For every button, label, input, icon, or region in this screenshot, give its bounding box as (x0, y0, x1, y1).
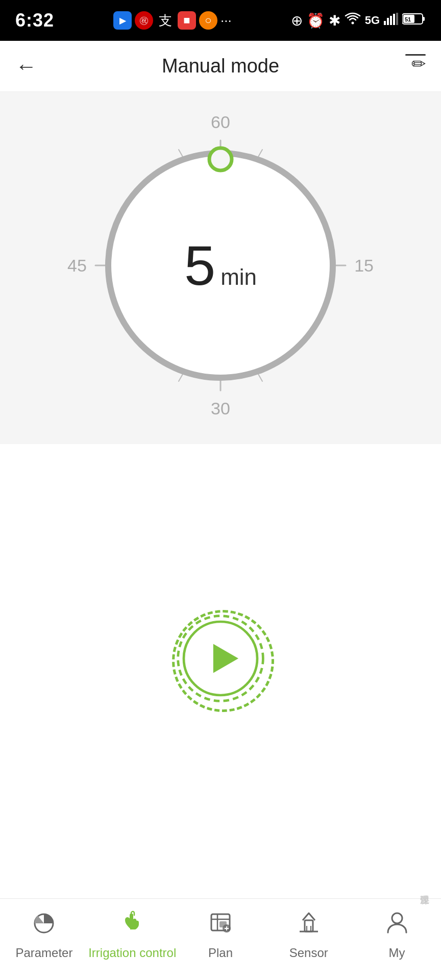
svg-rect-5 (396, 13, 398, 25)
dial-container[interactable]: 60 15 30 45 (67, 112, 374, 419)
svg-text:51: 51 (405, 16, 411, 22)
battery-icon: 51 (402, 12, 426, 29)
nav-label-my: My (389, 946, 405, 960)
timer-value: 5 (184, 237, 215, 293)
top-navigation: ← Manual mode ✏ (0, 41, 441, 92)
svg-point-0 (351, 21, 354, 24)
nav-item-my[interactable]: My (353, 909, 441, 960)
app-icon-2: ㊗ (135, 11, 153, 30)
play-button[interactable] (175, 612, 266, 704)
nav-label-sensor: Sensor (289, 946, 328, 960)
nav-item-irrigation-control[interactable]: Irrigation control (88, 909, 177, 960)
app-icon-1: ▶ (113, 11, 132, 30)
status-time: 6:32 (15, 10, 54, 31)
svg-rect-4 (393, 14, 395, 25)
page-title: Manual mode (46, 55, 395, 77)
play-button-container (175, 612, 266, 704)
bottom-navigation: Parameter Irrigation control (0, 898, 441, 980)
nfc-icon: ⊕ (291, 12, 303, 29)
wifi-icon (345, 12, 361, 30)
alarm-icon: ⏰ (307, 12, 325, 29)
svg-rect-7 (423, 17, 425, 21)
nav-label-parameter: Parameter (15, 946, 72, 960)
irrigation-control-icon (119, 909, 145, 942)
back-button[interactable]: ← (15, 54, 46, 79)
svg-rect-1 (384, 21, 386, 25)
nav-item-sensor[interactable]: Sensor (264, 909, 353, 960)
my-icon (384, 909, 410, 942)
timer-section: 60 15 30 45 (0, 92, 441, 444)
parameter-icon (31, 909, 57, 942)
edit-button[interactable]: ✏ (395, 54, 426, 78)
app-icon-4: ■ (178, 11, 196, 30)
app-icon-3: 支 (156, 11, 175, 30)
status-dots: ··· (220, 13, 232, 29)
svg-point-25 (184, 622, 257, 695)
signal-icon: 5G (365, 14, 380, 27)
nav-label-irrigation-control: Irrigation control (88, 946, 176, 960)
svg-point-23 (209, 148, 232, 170)
status-apps: ▶ ㊗ 支 ■ ○ ··· (113, 11, 232, 30)
main-content (0, 444, 441, 842)
edit-pencil-icon: ✏ (411, 54, 426, 74)
svg-point-24 (178, 616, 263, 701)
plan-icon (207, 909, 234, 942)
svg-marker-26 (213, 644, 238, 673)
bars-icon (384, 12, 398, 29)
app-icon-5: ○ (199, 11, 217, 30)
dial-center: 5 min (184, 237, 257, 293)
nav-item-parameter[interactable]: Parameter (0, 909, 88, 960)
timer-unit: min (220, 264, 257, 290)
nav-item-plan[interactable]: Plan (177, 909, 265, 960)
sensor-icon (296, 909, 322, 942)
svg-rect-3 (390, 16, 392, 25)
bluetooth-icon: ✱ (329, 12, 340, 29)
svg-rect-2 (387, 18, 389, 25)
play-button-svg (175, 610, 266, 707)
status-bar: 6:32 ▶ ㊗ 支 ■ ○ ··· ⊕ ⏰ ✱ 5G (0, 0, 441, 41)
svg-rect-35 (305, 920, 313, 932)
svg-point-39 (392, 913, 402, 923)
status-icons-right: ⊕ ⏰ ✱ 5G (291, 12, 426, 30)
nav-label-plan: Plan (208, 946, 233, 960)
